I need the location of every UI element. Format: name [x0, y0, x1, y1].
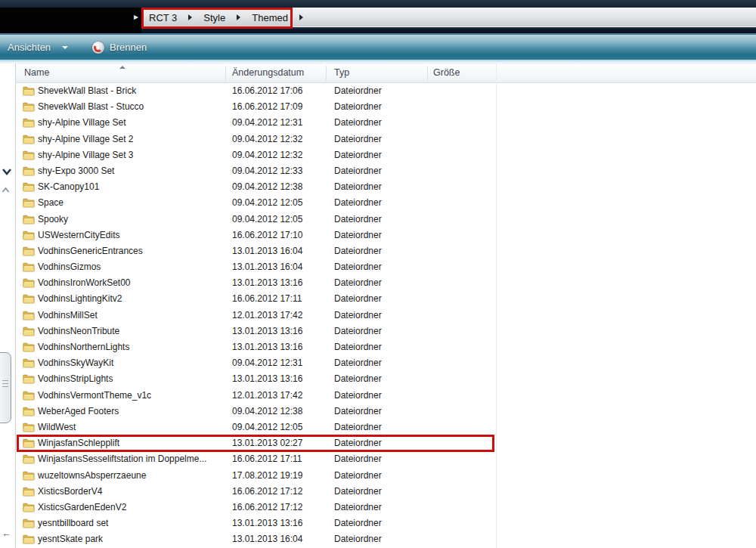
table-row[interactable]: ShevekWall Blast - Brick 16.06.2012 17:0…: [16, 83, 756, 99]
scroll-down-chevron-icon[interactable]: [2, 168, 12, 176]
file-name: shy-Alpine Village Set 2: [38, 132, 134, 147]
table-row[interactable]: Spooky 09.04.2012 12:05 Dateiordner: [16, 212, 756, 228]
table-row[interactable]: USWesternCityEdits 16.06.2012 17:10 Date…: [16, 228, 756, 243]
folder-icon: [23, 182, 35, 192]
explorer-window: RCT 3 Style Themed ▸ Ansichten Brennen N…: [0, 0, 756, 548]
table-row[interactable]: VodhinsMillSet 12.01.2013 17:42 Dateiord…: [16, 308, 756, 324]
table-row[interactable]: SK-Canopy101 09.04.2012 12:38 Dateiordne…: [16, 179, 756, 195]
file-date: 16.06.2012 17:06: [232, 83, 302, 99]
file-name: shy-Expo 3000 Set: [38, 163, 114, 179]
file-type: Dateiordner: [334, 468, 382, 484]
file-date: 09.04.2012 12:38: [232, 404, 302, 420]
file-date: 13.01.2013 13:16: [232, 324, 302, 339]
scroll-up-chevron-icon[interactable]: [2, 187, 10, 194]
table-row[interactable]: yesntSkate park 13.01.2013 16:04 Dateior…: [16, 531, 756, 547]
file-type: Dateiordner: [334, 243, 382, 259]
redacted-address-area: ▸: [0, 8, 141, 33]
column-divider[interactable]: [427, 66, 428, 81]
file-name: VodhinsNeonTribute: [38, 324, 119, 339]
table-row[interactable]: VodhinsNorthernLights 13.01.2013 13:16 D…: [16, 339, 756, 355]
file-date: 16.06.2012 17:11: [232, 291, 302, 307]
table-row[interactable]: VodhinsStripLights 13.01.2013 13:16 Date…: [16, 371, 756, 387]
file-date: 09.04.2012 12:33: [232, 163, 302, 179]
column-header-name[interactable]: Name: [24, 67, 49, 78]
folder-icon: [23, 118, 35, 128]
folder-icon: [23, 231, 35, 240]
file-name: wuzeltownsAbsperrzaeune: [38, 468, 146, 484]
file-type: Dateiordner: [334, 531, 382, 547]
folder-icon: [23, 423, 35, 432]
views-button-label: Ansichten: [8, 42, 51, 53]
table-row[interactable]: XisticsBorderV4 16.06.2012 17:12 Dateior…: [16, 484, 756, 500]
table-row[interactable]: Space 09.04.2012 12:05 Dateiordner: [16, 195, 756, 211]
column-header-size[interactable]: Größe: [433, 67, 460, 78]
table-row[interactable]: shy-Expo 3000 Set 09.04.2012 12:33 Datei…: [16, 163, 756, 179]
folder-icon: [23, 374, 35, 384]
file-date: 16.06.2012 17:10: [232, 228, 302, 243]
file-type: Dateiordner: [334, 451, 382, 467]
scroll-left-arrow-icon[interactable]: ←: [2, 528, 11, 539]
table-row[interactable]: shy-Alpine Village Set 2 09.04.2012 12:3…: [16, 132, 756, 147]
chevron-right-icon[interactable]: [299, 14, 303, 20]
file-date: 09.04.2012 12:31: [232, 115, 302, 131]
column-divider[interactable]: [225, 66, 226, 81]
file-name: Space: [38, 195, 64, 211]
table-row[interactable]: WeberAged Footers 09.04.2012 12:38 Datei…: [16, 404, 756, 420]
table-row[interactable]: VodhinsGenericEntrances 13.01.2013 16:04…: [16, 243, 756, 259]
table-row[interactable]: WinjasfansSesseliftstation im Doppelme..…: [16, 451, 756, 467]
table-row[interactable]: WildWest 09.04.2012 12:05 Dateiordner: [16, 420, 756, 435]
file-type: Dateiordner: [334, 132, 382, 147]
scrollbar-grip-icon: [2, 380, 8, 388]
file-date: 12.01.2013 17:42: [232, 388, 302, 404]
file-name: ShevekWall Blast - Stucco: [38, 99, 144, 115]
file-name: ShevekWall Blast - Brick: [38, 83, 136, 99]
views-button[interactable]: Ansichten: [0, 35, 76, 60]
file-type: Dateiordner: [334, 339, 382, 355]
table-row[interactable]: VodhinsLightingKitv2 16.06.2012 17:11 Da…: [16, 291, 756, 307]
file-date: 13.01.2013 13:16: [232, 339, 302, 355]
file-name: VodhinsIronWorkSet00: [38, 275, 131, 291]
file-name: VodhinsStripLights: [38, 371, 113, 387]
column-header-row: Name Änderungsdatum Typ Größe: [16, 63, 756, 83]
column-header-date[interactable]: Änderungsdatum: [232, 67, 304, 78]
column-divider[interactable]: [326, 66, 327, 81]
file-type: Dateiordner: [334, 388, 382, 404]
highlight-box-breadcrumb: [141, 8, 293, 29]
burn-button[interactable]: Brennen: [85, 35, 154, 60]
folder-icon: [23, 358, 35, 368]
table-row[interactable]: VodhinsNeonTribute 13.01.2013 13:16 Date…: [16, 324, 756, 339]
folder-icon: [23, 294, 35, 304]
file-date: 09.04.2012 12:05: [232, 212, 302, 228]
file-date: 13.01.2013 16:04: [232, 531, 302, 547]
scrollbar-thumb[interactable]: [0, 352, 11, 423]
table-row[interactable]: shy-Alpine Village Set 09.04.2012 12:31 …: [16, 115, 756, 131]
file-name: shy-Alpine Village Set: [38, 115, 126, 131]
column-header-type[interactable]: Typ: [334, 67, 349, 78]
folder-icon: [23, 311, 35, 320]
file-date: 16.06.2012 17:09: [232, 99, 302, 115]
breadcrumb-overflow-icon[interactable]: ▸: [134, 11, 138, 23]
table-row[interactable]: VodhinsVermontTheme_v1c 12.01.2013 17:42…: [16, 388, 756, 404]
file-type: Dateiordner: [334, 99, 382, 115]
file-date: 09.04.2012 12:38: [232, 179, 302, 195]
file-type: Dateiordner: [334, 420, 382, 435]
table-row[interactable]: wuzeltownsAbsperrzaeune 17.08.2012 19:19…: [16, 468, 756, 484]
command-toolbar: Ansichten Brennen: [0, 35, 756, 61]
folder-icon: [23, 150, 35, 160]
file-type: Dateiordner: [334, 115, 382, 131]
folder-icon: [23, 519, 35, 528]
folder-icon: [23, 102, 35, 112]
file-type: Dateiordner: [334, 324, 382, 339]
table-row[interactable]: VodhinsIronWorkSet00 13.01.2013 13:16 Da…: [16, 275, 756, 291]
table-row[interactable]: shy-Alpine Village Set 3 09.04.2012 12:3…: [16, 147, 756, 163]
file-type: Dateiordner: [334, 212, 382, 228]
table-row[interactable]: VodhinsGizmos 13.01.2013 16:04 Dateiordn…: [16, 259, 756, 275]
folder-icon: [23, 534, 35, 544]
table-row[interactable]: VodhinsSkyWayKit 09.04.2012 12:31 Dateio…: [16, 355, 756, 371]
file-name: VodhinsNorthernLights: [38, 339, 129, 355]
folder-icon: [23, 135, 35, 144]
table-row[interactable]: yesntbillboard set 13.01.2013 13:16 Date…: [16, 515, 756, 531]
table-row[interactable]: XisticsGardenEdenV2 16.06.2012 17:12 Dat…: [16, 500, 756, 515]
window-top-strip: [0, 0, 756, 8]
table-row[interactable]: ShevekWall Blast - Stucco 16.06.2012 17:…: [16, 99, 756, 115]
